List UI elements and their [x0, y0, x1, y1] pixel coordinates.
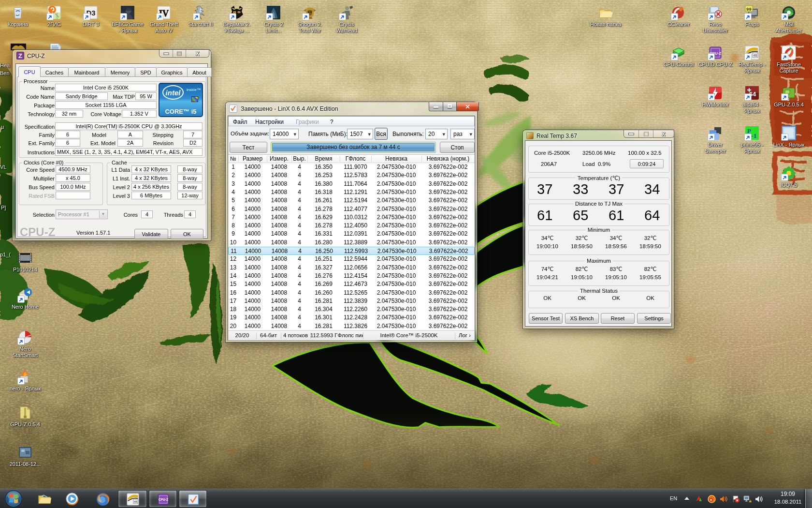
svg-text:CPU·Z: CPU·Z — [159, 498, 168, 501]
svg-text:99: 99 — [746, 7, 752, 12]
svg-text:-1: -1 — [752, 132, 757, 139]
svg-text:46: 46 — [134, 500, 137, 503]
svg-text:46: 46 — [754, 54, 757, 57]
svg-text:P: P — [747, 127, 751, 134]
svg-text:!: ! — [750, 500, 751, 502]
